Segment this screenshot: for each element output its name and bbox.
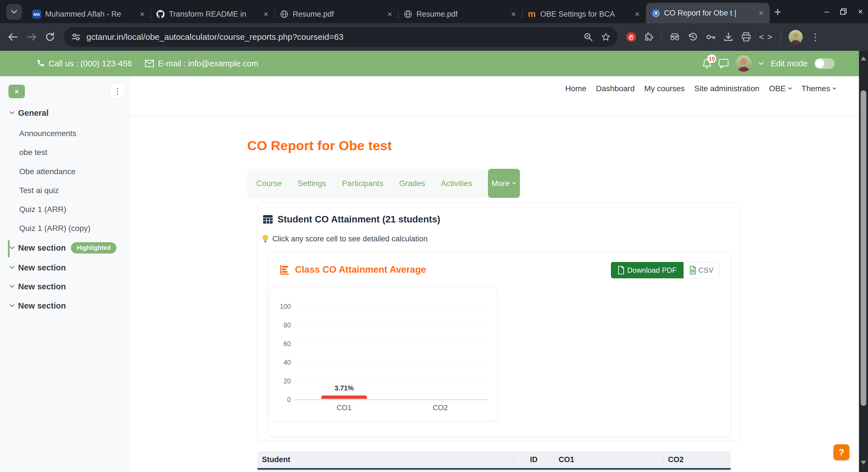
chevron-down-icon[interactable] [10, 111, 15, 114]
sidebar-item-obe-test[interactable]: obe test [0, 144, 129, 160]
button-label: Download PDF [627, 266, 677, 275]
globe-favicon-icon [280, 10, 289, 19]
messages-button[interactable] [718, 59, 729, 68]
chevron-down-icon[interactable] [10, 285, 15, 288]
window-minimize-button[interactable]: – [825, 7, 829, 16]
window-close-button[interactable]: × [858, 7, 863, 16]
help-button[interactable]: ? [834, 444, 849, 460]
ma-favicon-icon: MA [32, 10, 41, 19]
sidebar-section-new-3[interactable]: New section [0, 298, 129, 314]
adblock-hand-icon[interactable] [626, 32, 636, 42]
tab-close-icon[interactable]: × [757, 8, 765, 18]
chart-heading: Class CO Attainment Average [295, 264, 426, 275]
history-clock-icon[interactable] [688, 32, 698, 42]
tab-more-dropdown[interactable]: More [488, 169, 520, 198]
nav-label: Site administration [694, 84, 759, 93]
sidebar-item-announcements[interactable]: Announcements [0, 126, 129, 141]
tab-close-icon[interactable]: × [509, 9, 518, 19]
item-label: Announcements [19, 129, 76, 138]
download-csv-button[interactable]: CSV [683, 262, 719, 278]
downloads-icon[interactable] [723, 32, 734, 42]
nav-home[interactable]: Home [565, 84, 587, 93]
tab-close-icon[interactable]: × [138, 9, 146, 19]
sidebar-item-quiz1[interactable]: Quiz 1 (ARR) [0, 202, 129, 217]
window-controls: – × [825, 0, 863, 23]
edit-mode-toggle[interactable] [814, 58, 835, 69]
scrollbar-thumb[interactable] [861, 90, 866, 406]
sidebar-item-obe-attendance[interactable]: Obe attendance [0, 164, 129, 179]
scroll-up-arrow-icon[interactable] [861, 57, 866, 60]
bookmark-star-icon[interactable] [601, 32, 610, 41]
extensions-puzzle-icon[interactable] [644, 32, 654, 42]
sidebar-section-general[interactable]: General [0, 105, 129, 121]
browser-tab-5[interactable]: m OBE Settings for BCA × [522, 5, 646, 23]
browser-tab-3[interactable]: Resume.pdf × [275, 5, 398, 23]
back-button[interactable] [7, 32, 19, 42]
url-bar[interactable]: gctanur.in/local/obe_autocalculator/cour… [64, 27, 618, 47]
browser-tab-active[interactable]: CO Report for Obe t | × [646, 3, 770, 23]
primary-nav: Home Dashboard My courses Site administr… [565, 80, 836, 97]
nav-site-administration[interactable]: Site administration [694, 84, 759, 93]
browser-menu-icon[interactable]: ⋮ [810, 31, 820, 43]
site-settings-icon[interactable] [71, 33, 81, 41]
sidebar-menu-button[interactable]: ⋮ [110, 83, 125, 99]
zoom-page-icon[interactable] [584, 32, 593, 41]
tab-participants[interactable]: Participants [342, 179, 383, 188]
sidebar-item-quiz1-copy[interactable]: Quiz 1 (ARR) (copy) [0, 221, 129, 236]
browser-profile-avatar[interactable] [788, 30, 803, 44]
tab-settings[interactable]: Settings [298, 179, 326, 188]
nav-label: My courses [644, 84, 685, 93]
browser-tab-1[interactable]: MA Muhammed Aflah - Re × [27, 5, 151, 23]
tab-close-icon[interactable]: × [633, 9, 641, 19]
window-restore-button[interactable] [840, 8, 847, 15]
section-label: General [18, 108, 49, 118]
forward-button[interactable] [26, 32, 37, 42]
nav-themes-dropdown[interactable]: Themes [802, 84, 836, 93]
user-menu-caret-icon[interactable] [758, 62, 764, 65]
call-us-link[interactable]: Call us : (000) 123-456 [49, 59, 132, 68]
toolbar-separator [780, 31, 781, 43]
close-drawer-button[interactable]: × [8, 85, 25, 98]
tab-close-icon[interactable]: × [261, 9, 270, 19]
column-header-id: ID [514, 451, 554, 468]
scroll-down-arrow-icon[interactable] [861, 461, 866, 465]
tab-course[interactable]: Course [256, 179, 282, 188]
main-content: Home Dashboard My courses Site administr… [129, 76, 859, 472]
extension-glasses-icon[interactable] [670, 32, 680, 42]
nav-dashboard[interactable]: Dashboard [596, 84, 634, 93]
browser-tab-2[interactable]: Transform README in × [151, 5, 275, 23]
page-scrollbar[interactable] [859, 51, 868, 472]
sidebar-item-test-ai-quiz[interactable]: Test ai quiz [0, 183, 129, 198]
passwords-key-icon[interactable] [706, 32, 716, 42]
tab-activities[interactable]: Activities [441, 179, 472, 188]
reload-button[interactable] [44, 32, 55, 42]
chevron-down-icon[interactable] [10, 246, 15, 249]
email-link[interactable]: E-mail : info@example.com [158, 59, 258, 68]
print-icon[interactable] [741, 32, 751, 42]
sidebar-section-new-2[interactable]: New section [0, 279, 129, 295]
y-tick-label: 20 [270, 377, 291, 385]
code-icon[interactable]: < > [759, 32, 773, 42]
nav-obe-dropdown[interactable]: OBE [769, 84, 792, 93]
nav-label: Themes [802, 84, 830, 93]
notifications-button[interactable]: 10 [702, 59, 712, 69]
section-label: New section [18, 243, 66, 252]
nav-my-courses[interactable]: My courses [644, 84, 685, 93]
chevron-down-icon[interactable] [10, 266, 15, 269]
new-tab-button[interactable]: + [774, 6, 781, 18]
tab-grades[interactable]: Grades [399, 179, 425, 188]
download-pdf-button[interactable]: Download PDF [611, 262, 683, 278]
nav-label: OBE [769, 84, 786, 93]
url-text[interactable]: gctanur.in/local/obe_autocalculator/cour… [87, 32, 584, 42]
x-axis-line [295, 400, 489, 400]
column-header-co1: CO1 [554, 451, 663, 468]
sidebar-section-new-1[interactable]: New section [0, 260, 129, 275]
browser-tab-4[interactable]: Resume.pdf × [398, 5, 522, 23]
tab-close-icon[interactable]: × [385, 9, 394, 19]
chevron-down-icon[interactable] [10, 304, 15, 307]
user-avatar[interactable] [736, 55, 752, 72]
notification-badge: 10 [707, 55, 716, 63]
tab-search-button[interactable] [6, 4, 22, 20]
sidebar-section-highlighted[interactable]: New section Highlighted [0, 240, 129, 256]
bar-chart-icon [280, 265, 290, 275]
